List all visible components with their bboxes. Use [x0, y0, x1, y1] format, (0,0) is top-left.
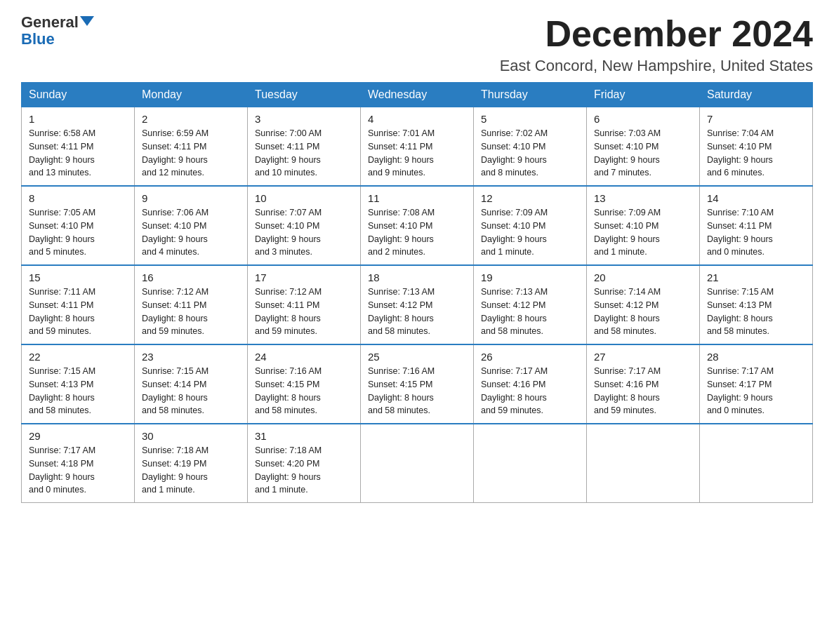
day-number: 17: [255, 271, 353, 283]
calendar-cell: 11Sunrise: 7:08 AMSunset: 4:10 PMDayligh…: [361, 186, 474, 265]
day-number: 13: [594, 192, 692, 204]
day-number: 3: [255, 113, 353, 125]
day-number: 19: [481, 271, 579, 283]
day-number: 28: [707, 351, 805, 363]
calendar-cell: 28Sunrise: 7:17 AMSunset: 4:17 PMDayligh…: [700, 344, 813, 424]
logo-general-text: General: [21, 14, 79, 31]
day-detail: Sunrise: 7:11 AMSunset: 4:11 PMDaylight:…: [29, 286, 127, 338]
day-detail: Sunrise: 7:01 AMSunset: 4:11 PMDaylight:…: [368, 127, 466, 180]
day-detail: Sunrise: 7:12 AMSunset: 4:11 PMDaylight:…: [255, 286, 353, 338]
day-detail: Sunrise: 7:10 AMSunset: 4:11 PMDaylight:…: [707, 206, 805, 259]
calendar-cell: 7Sunrise: 7:04 AMSunset: 4:10 PMDaylight…: [700, 107, 813, 187]
day-detail: Sunrise: 7:17 AMSunset: 4:16 PMDaylight:…: [594, 365, 692, 417]
logo: General Blue: [21, 14, 94, 48]
day-detail: Sunrise: 7:15 AMSunset: 4:13 PMDaylight:…: [29, 365, 127, 417]
day-number: 31: [255, 430, 353, 442]
calendar-cell: 29Sunrise: 7:17 AMSunset: 4:18 PMDayligh…: [22, 424, 135, 503]
day-detail: Sunrise: 7:18 AMSunset: 4:20 PMDaylight:…: [255, 444, 353, 497]
header-cell-sunday: Sunday: [22, 83, 135, 107]
day-detail: Sunrise: 7:17 AMSunset: 4:17 PMDaylight:…: [707, 365, 805, 417]
logo-blue-text: Blue: [21, 30, 55, 48]
calendar-cell: 19Sunrise: 7:13 AMSunset: 4:12 PMDayligh…: [474, 265, 587, 344]
day-detail: Sunrise: 7:16 AMSunset: 4:15 PMDaylight:…: [255, 365, 353, 417]
calendar-cell: 31Sunrise: 7:18 AMSunset: 4:20 PMDayligh…: [248, 424, 361, 503]
day-detail: Sunrise: 7:17 AMSunset: 4:18 PMDaylight:…: [29, 444, 127, 497]
week-row-1: 1Sunrise: 6:58 AMSunset: 4:11 PMDaylight…: [22, 107, 813, 187]
week-row-5: 29Sunrise: 7:17 AMSunset: 4:18 PMDayligh…: [22, 424, 813, 503]
day-detail: Sunrise: 7:13 AMSunset: 4:12 PMDaylight:…: [481, 286, 579, 338]
calendar-cell: 17Sunrise: 7:12 AMSunset: 4:11 PMDayligh…: [248, 265, 361, 344]
day-detail: Sunrise: 7:08 AMSunset: 4:10 PMDaylight:…: [368, 206, 466, 259]
day-detail: Sunrise: 7:17 AMSunset: 4:16 PMDaylight:…: [481, 365, 579, 417]
day-number: 24: [255, 351, 353, 363]
header-cell-wednesday: Wednesday: [361, 83, 474, 107]
calendar-cell: 25Sunrise: 7:16 AMSunset: 4:15 PMDayligh…: [361, 344, 474, 424]
day-number: 2: [142, 113, 240, 125]
calendar-cell: 30Sunrise: 7:18 AMSunset: 4:19 PMDayligh…: [135, 424, 248, 503]
calendar-cell: 21Sunrise: 7:15 AMSunset: 4:13 PMDayligh…: [700, 265, 813, 344]
header-cell-saturday: Saturday: [700, 83, 813, 107]
day-number: 27: [594, 351, 692, 363]
day-number: 14: [707, 192, 805, 204]
day-number: 9: [142, 192, 240, 204]
calendar-cell: 26Sunrise: 7:17 AMSunset: 4:16 PMDayligh…: [474, 344, 587, 424]
calendar-cell: 27Sunrise: 7:17 AMSunset: 4:16 PMDayligh…: [587, 344, 700, 424]
day-number: 26: [481, 351, 579, 363]
day-detail: Sunrise: 7:14 AMSunset: 4:12 PMDaylight:…: [594, 286, 692, 338]
month-title: December 2024: [500, 14, 813, 54]
calendar-cell: [587, 424, 700, 503]
calendar-cell: 5Sunrise: 7:02 AMSunset: 4:10 PMDaylight…: [474, 107, 587, 187]
calendar-cell: 9Sunrise: 7:06 AMSunset: 4:10 PMDaylight…: [135, 186, 248, 265]
day-detail: Sunrise: 7:15 AMSunset: 4:14 PMDaylight:…: [142, 365, 240, 417]
day-number: 15: [29, 271, 127, 283]
header-cell-monday: Monday: [135, 83, 248, 107]
calendar-cell: [361, 424, 474, 503]
header-cell-tuesday: Tuesday: [248, 83, 361, 107]
day-detail: Sunrise: 7:15 AMSunset: 4:13 PMDaylight:…: [707, 286, 805, 338]
day-detail: Sunrise: 6:58 AMSunset: 4:11 PMDaylight:…: [29, 127, 127, 180]
day-detail: Sunrise: 7:06 AMSunset: 4:10 PMDaylight:…: [142, 206, 240, 259]
calendar-cell: 4Sunrise: 7:01 AMSunset: 4:11 PMDaylight…: [361, 107, 474, 187]
day-number: 18: [368, 271, 466, 283]
week-row-4: 22Sunrise: 7:15 AMSunset: 4:13 PMDayligh…: [22, 344, 813, 424]
day-detail: Sunrise: 7:18 AMSunset: 4:19 PMDaylight:…: [142, 444, 240, 497]
calendar-cell: 22Sunrise: 7:15 AMSunset: 4:13 PMDayligh…: [22, 344, 135, 424]
calendar-cell: 18Sunrise: 7:13 AMSunset: 4:12 PMDayligh…: [361, 265, 474, 344]
day-detail: Sunrise: 7:12 AMSunset: 4:11 PMDaylight:…: [142, 286, 240, 338]
day-number: 5: [481, 113, 579, 125]
logo-triangle-icon: [80, 16, 94, 26]
calendar-cell: 12Sunrise: 7:09 AMSunset: 4:10 PMDayligh…: [474, 186, 587, 265]
day-number: 8: [29, 192, 127, 204]
day-detail: Sunrise: 7:05 AMSunset: 4:10 PMDaylight:…: [29, 206, 127, 259]
day-detail: Sunrise: 7:03 AMSunset: 4:10 PMDaylight:…: [594, 127, 692, 180]
day-number: 30: [142, 430, 240, 442]
calendar-cell: 24Sunrise: 7:16 AMSunset: 4:15 PMDayligh…: [248, 344, 361, 424]
day-number: 4: [368, 113, 466, 125]
day-detail: Sunrise: 7:13 AMSunset: 4:12 PMDaylight:…: [368, 286, 466, 338]
header-cell-thursday: Thursday: [474, 83, 587, 107]
day-number: 7: [707, 113, 805, 125]
calendar-cell: 13Sunrise: 7:09 AMSunset: 4:10 PMDayligh…: [587, 186, 700, 265]
calendar-cell: 2Sunrise: 6:59 AMSunset: 4:11 PMDaylight…: [135, 107, 248, 187]
day-detail: Sunrise: 7:16 AMSunset: 4:15 PMDaylight:…: [368, 365, 466, 417]
day-number: 22: [29, 351, 127, 363]
title-area: December 2024 East Concord, New Hampshir…: [500, 14, 813, 75]
day-number: 21: [707, 271, 805, 283]
day-number: 11: [368, 192, 466, 204]
day-detail: Sunrise: 7:07 AMSunset: 4:10 PMDaylight:…: [255, 206, 353, 259]
calendar-cell: 14Sunrise: 7:10 AMSunset: 4:11 PMDayligh…: [700, 186, 813, 265]
day-detail: Sunrise: 7:04 AMSunset: 4:10 PMDaylight:…: [707, 127, 805, 180]
day-detail: Sunrise: 7:00 AMSunset: 4:11 PMDaylight:…: [255, 127, 353, 180]
day-detail: Sunrise: 7:09 AMSunset: 4:10 PMDaylight:…: [481, 206, 579, 259]
day-detail: Sunrise: 6:59 AMSunset: 4:11 PMDaylight:…: [142, 127, 240, 180]
week-row-2: 8Sunrise: 7:05 AMSunset: 4:10 PMDaylight…: [22, 186, 813, 265]
day-number: 12: [481, 192, 579, 204]
day-number: 29: [29, 430, 127, 442]
location-subtitle: East Concord, New Hampshire, United Stat…: [500, 57, 813, 75]
calendar-cell: 20Sunrise: 7:14 AMSunset: 4:12 PMDayligh…: [587, 265, 700, 344]
calendar-table: SundayMondayTuesdayWednesdayThursdayFrid…: [21, 82, 813, 503]
day-number: 20: [594, 271, 692, 283]
calendar-cell: 6Sunrise: 7:03 AMSunset: 4:10 PMDaylight…: [587, 107, 700, 187]
day-number: 6: [594, 113, 692, 125]
calendar-cell: 15Sunrise: 7:11 AMSunset: 4:11 PMDayligh…: [22, 265, 135, 344]
